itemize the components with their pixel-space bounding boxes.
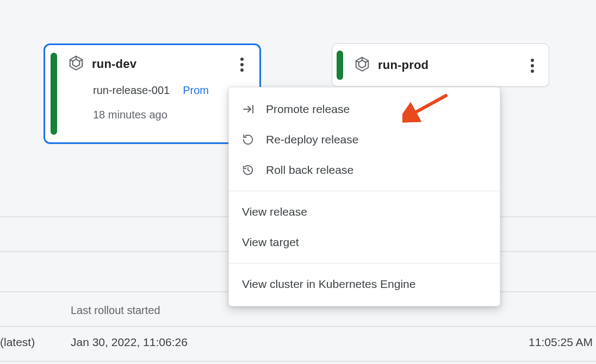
release-time-ago: 18 minutes ago — [93, 109, 249, 121]
svg-point-15 — [531, 70, 534, 73]
gke-hexagon-icon — [68, 55, 84, 73]
svg-point-13 — [531, 59, 534, 62]
menu-item-rollback-release[interactable]: Roll back release — [229, 155, 500, 185]
menu-item-view-cluster[interactable]: View cluster in Kubernetes Engine — [229, 269, 500, 299]
svg-marker-1 — [73, 59, 80, 67]
menu-separator — [229, 263, 500, 263]
arrow-to-bar-right-icon — [242, 103, 266, 116]
release-name: run-release-001 — [93, 84, 170, 97]
table-cell-rollout-date: Jan 30, 2022, 11:06:26 — [71, 336, 188, 349]
svg-point-5 — [240, 58, 244, 61]
menu-item-view-target[interactable]: View target — [229, 227, 500, 258]
history-icon — [242, 164, 266, 176]
menu-item-label: Re-deploy release — [266, 133, 358, 146]
more-vert-icon — [531, 59, 534, 73]
pipeline-card-title: run-prod — [378, 58, 429, 72]
more-vert-icon — [240, 58, 244, 72]
menu-item-view-release[interactable]: View release — [229, 197, 500, 227]
table-cell-rollout-time: 11:05:25 AM — [529, 336, 593, 349]
menu-item-label: Roll back release — [266, 164, 353, 177]
menu-item-label: Promote release — [266, 103, 350, 116]
refresh-icon — [242, 134, 266, 146]
svg-marker-9 — [359, 60, 366, 68]
menu-item-label: View release — [242, 205, 307, 218]
menu-item-label: View cluster in Kubernetes Engine — [242, 278, 415, 291]
pipeline-card-prod[interactable]: run-prod — [332, 43, 549, 87]
table-divider — [0, 361, 596, 362]
card-actions-button[interactable] — [520, 54, 544, 78]
table-divider — [0, 326, 596, 327]
menu-item-redeploy-release[interactable]: Re-deploy release — [229, 124, 500, 155]
gke-hexagon-icon — [354, 56, 370, 74]
status-stripe-success — [51, 53, 57, 135]
table-header-last-rollout: Last rollout started — [71, 304, 160, 317]
menu-separator — [229, 191, 500, 191]
pipeline-card-title: run-dev — [92, 57, 136, 71]
menu-item-promote-release[interactable]: Promote release — [229, 94, 500, 124]
menu-item-label: View target — [242, 236, 299, 249]
svg-point-14 — [531, 64, 534, 67]
card-actions-button[interactable] — [230, 53, 254, 77]
promote-link[interactable]: Prom — [183, 84, 209, 97]
svg-point-6 — [240, 63, 244, 66]
table-cell-latest-tag: (latest) — [0, 336, 35, 349]
status-stripe-success — [337, 51, 343, 80]
card-actions-menu: Promote release Re-deploy release Roll b… — [228, 87, 500, 306]
svg-point-7 — [240, 68, 244, 72]
